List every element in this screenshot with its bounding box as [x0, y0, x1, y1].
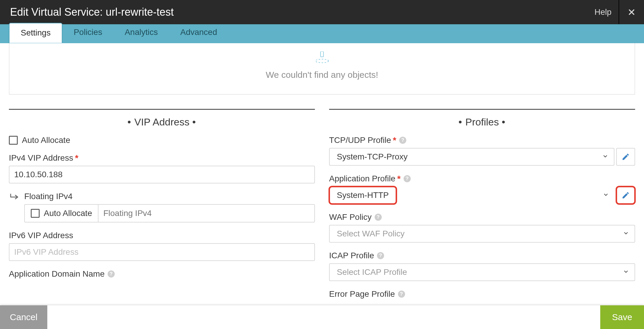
app-profile-edit-button[interactable]	[616, 186, 635, 204]
auto-allocate-label: Auto Allocate	[22, 136, 70, 145]
ipv6-vip-input[interactable]	[9, 243, 315, 261]
help-icon[interactable]: ?	[404, 175, 411, 182]
modal-header: Edit Virtual Service: url-rewrite-test H…	[0, 0, 644, 24]
help-icon[interactable]: ?	[399, 137, 406, 144]
pencil-icon	[622, 191, 630, 199]
section-header-vip: • VIP Address •	[9, 109, 315, 136]
ipv4-vip-input[interactable]	[9, 166, 315, 183]
chevron-down-icon	[623, 229, 629, 238]
close-button[interactable]	[619, 0, 644, 24]
empty-results-panel: We couldn't find any objects!	[9, 43, 635, 95]
help-link[interactable]: Help	[594, 0, 611, 24]
icap-profile-label: ICAP Profile	[329, 251, 374, 260]
waf-policy-select[interactable]: Select WAF Policy	[329, 225, 635, 243]
error-page-profile-label: Error Page Profile	[329, 289, 395, 299]
chevron-down-icon	[603, 191, 609, 199]
checkbox-icon	[31, 209, 40, 218]
tcp-profile-edit-button[interactable]	[616, 148, 635, 166]
required-marker: *	[75, 154, 78, 162]
tab-bar: Settings Policies Analytics Advanced	[0, 24, 644, 43]
floating-ipv4-input[interactable]	[98, 204, 315, 222]
chevron-down-icon	[623, 267, 629, 277]
form-columns: • VIP Address • Auto Allocate IPv4 VIP A…	[0, 95, 644, 302]
save-button[interactable]: Save	[600, 305, 644, 329]
section-title-profiles: Profiles	[465, 116, 499, 128]
floating-auto-allocate-label: Auto Allocate	[44, 209, 92, 218]
help-icon[interactable]: ?	[108, 270, 115, 278]
indent-arrow-icon	[9, 193, 20, 204]
app-profile-select[interactable]: System-HTTP	[329, 186, 397, 204]
empty-placeholder-icon	[314, 51, 330, 64]
empty-results-text: We couldn't find any objects!	[9, 70, 635, 80]
tab-policies[interactable]: Policies	[62, 23, 113, 42]
tcp-profile-value: System-TCP-Proxy	[337, 152, 408, 162]
ipv6-label: IPv6 VIP Address	[9, 231, 73, 240]
waf-policy-label: WAF Policy	[329, 212, 372, 222]
modal-footer: Cancel Save	[0, 305, 644, 329]
cancel-button[interactable]: Cancel	[0, 305, 47, 329]
help-icon[interactable]: ?	[377, 252, 384, 259]
tcp-profile-label: TCP/UDP Profile	[329, 136, 391, 145]
section-title-vip: VIP Address	[134, 116, 190, 128]
app-profile-label: Application Profile	[329, 174, 395, 183]
floating-auto-allocate-checkbox[interactable]: Auto Allocate	[24, 204, 98, 222]
required-marker: *	[393, 136, 397, 145]
floating-ipv4-label: Floating IPv4	[24, 192, 315, 201]
ipv4-label: IPv4 VIP Address	[9, 153, 73, 163]
tab-advanced[interactable]: Advanced	[169, 23, 229, 42]
vip-address-section: • VIP Address • Auto Allocate IPv4 VIP A…	[9, 109, 315, 302]
app-domain-label: Application Domain Name	[9, 269, 105, 279]
icap-profile-select[interactable]: Select ICAP Profile	[329, 263, 635, 281]
required-marker: *	[397, 174, 401, 183]
waf-policy-placeholder: Select WAF Policy	[337, 229, 404, 238]
page-title: Edit Virtual Service: url-rewrite-test	[10, 6, 174, 18]
pencil-icon	[622, 153, 630, 161]
close-icon	[628, 8, 635, 16]
svg-point-3	[315, 59, 329, 63]
tcp-profile-select[interactable]: System-TCP-Proxy	[329, 148, 614, 166]
checkbox-icon	[9, 136, 18, 145]
help-icon[interactable]: ?	[375, 214, 382, 221]
section-header-profiles: • Profiles •	[329, 109, 635, 136]
help-icon[interactable]: ?	[398, 291, 405, 298]
icap-profile-placeholder: Select ICAP Profile	[337, 267, 407, 277]
app-profile-value: System-HTTP	[337, 191, 389, 200]
chevron-down-icon	[602, 152, 609, 162]
profiles-section: • Profiles • TCP/UDP Profile * ? System-…	[329, 109, 635, 302]
app-profile-caret-area[interactable]	[397, 186, 614, 204]
footer-spacer	[47, 305, 600, 329]
auto-allocate-checkbox[interactable]: Auto Allocate	[9, 136, 315, 145]
tab-settings[interactable]: Settings	[9, 23, 62, 43]
tab-analytics[interactable]: Analytics	[114, 23, 169, 42]
svg-rect-2	[321, 51, 323, 57]
